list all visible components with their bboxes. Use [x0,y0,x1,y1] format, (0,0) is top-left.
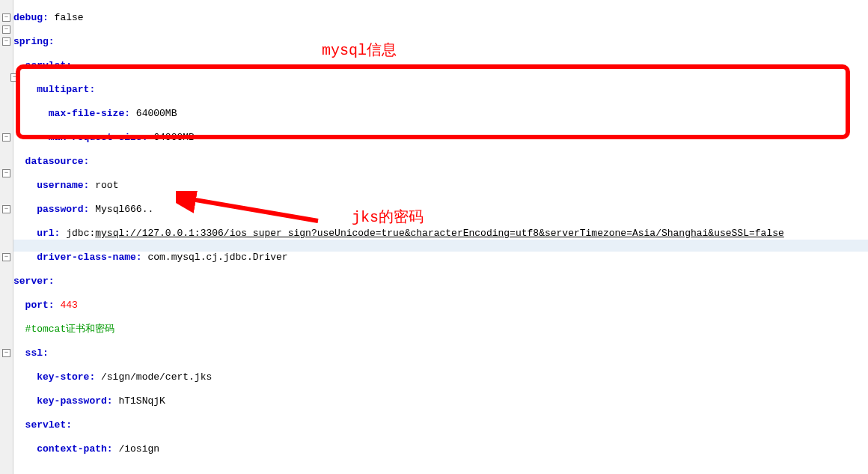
fold-icon[interactable]: − [2,205,10,213]
yaml-key: max-request-size: [13,132,147,143]
yaml-value: 64000MB [147,132,194,143]
yaml-value: root [89,180,118,191]
code-block: debug: false spring: servlet: multipart:… [13,0,784,474]
yaml-comment: #tomcat证书和密码 [13,323,114,335]
yaml-key: key-store: [13,371,95,383]
yaml-key: key-password: [13,395,113,407]
blank-line [13,467,784,474]
fold-icon[interactable]: − [2,349,10,357]
fold-icon[interactable]: − [2,253,10,261]
yaml-key: servlet: [13,60,72,71]
yaml-value: 443 [55,300,78,311]
yaml-key: debug: [13,12,49,23]
yaml-key: url: [13,228,60,239]
yaml-key: datasource: [13,156,89,167]
fold-icon[interactable]: − [2,25,10,34]
yaml-key: servlet: [13,419,72,431]
yaml-key: ssl: [13,347,49,359]
yaml-key: password: [13,204,89,215]
yaml-value: hT1SNqjK [113,395,165,407]
fold-gutter [0,0,13,474]
yaml-key: username: [13,180,89,191]
yaml-key: max-file-size: [13,108,130,119]
yaml-value-url: mysql://127.0.0.1:3306/ios_super_sign?us… [95,228,784,239]
fold-icon[interactable]: − [2,133,10,142]
yaml-key: driver-class-name: [13,252,142,263]
yaml-value: 64000MB [130,108,177,119]
yaml-key: spring: [13,36,55,47]
yaml-value: false [49,12,84,23]
yaml-value: Mysql666.. [89,204,153,215]
yaml-value: jdbc: [60,228,95,239]
yaml-value: /iosign [113,443,159,455]
yaml-key: port: [13,300,55,311]
fold-icon[interactable]: − [2,37,10,46]
fold-icon[interactable]: − [10,73,19,82]
yaml-key: context-path: [13,443,113,455]
yaml-value: com.mysql.cj.jdbc.Driver [142,252,288,263]
yaml-key: multipart: [13,84,95,95]
yaml-value: /sign/mode/cert.jks [95,371,212,383]
fold-icon[interactable]: − [2,169,10,177]
yaml-key: server: [13,276,55,287]
fold-icon[interactable]: − [2,13,10,22]
